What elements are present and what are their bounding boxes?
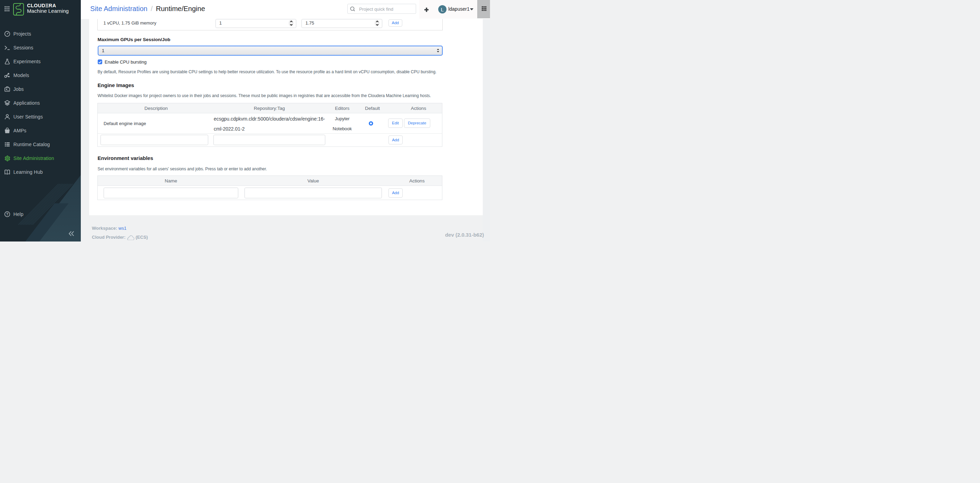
svg-text:?: ? <box>6 212 8 216</box>
